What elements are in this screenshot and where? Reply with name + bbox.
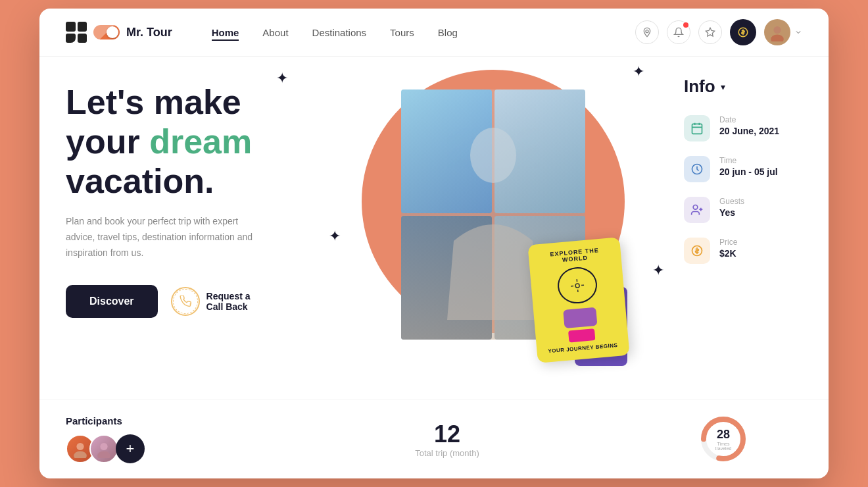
participants-label: Participants	[66, 415, 197, 426]
donut-section: 28 Times traveled	[697, 413, 802, 465]
guests-label: Guests	[719, 197, 744, 206]
time-value: 20 jun - 05 jul	[719, 167, 778, 177]
svg-point-16	[76, 442, 84, 449]
notification-button[interactable]	[667, 20, 690, 44]
info-item-guests: Guests Yes	[684, 197, 802, 223]
trip-number: 12	[224, 421, 671, 448]
svg-point-5	[470, 128, 516, 183]
sparkle-icon-3: ✦	[329, 228, 341, 245]
chevron-down-icon	[794, 28, 802, 36]
navbar: Mr. Tour Home About Destinations Tours B…	[39, 9, 829, 57]
avatar-row: +	[66, 434, 197, 463]
calendar-icon-box	[684, 115, 710, 141]
donut-number: 28	[710, 428, 736, 442]
date-value: 20 June, 2021	[719, 126, 779, 136]
guests-icon-box	[684, 197, 710, 223]
svg-point-0	[646, 30, 648, 33]
logo-area: Mr. Tour	[66, 22, 172, 43]
info-item-date: Date 20 June, 2021	[684, 115, 802, 141]
nav-link-destinations[interactable]: Destinations	[312, 27, 367, 38]
logo-toggle-icon	[93, 25, 120, 39]
svg-point-19	[97, 451, 110, 458]
participant-avatar-2	[89, 434, 118, 463]
nav-link-about[interactable]: About	[262, 27, 288, 38]
callback-button[interactable]: Request a Call Back	[171, 287, 251, 316]
hero-left: Let's make your dream vacation. Plan and…	[66, 57, 316, 399]
svg-point-12	[693, 205, 698, 210]
pink-sticker	[568, 328, 595, 343]
card-title: Explore the World	[536, 245, 613, 265]
callback-text: Request a Call Back	[206, 291, 251, 312]
nav-link-blog[interactable]: Blog	[438, 27, 458, 38]
info-date-text: Date 20 June, 2021	[719, 115, 779, 136]
nav-links: Home About Destinations Tours Blog	[212, 27, 635, 38]
main-content: Let's make your dream vacation. Plan and…	[39, 57, 829, 399]
svg-point-3	[773, 26, 781, 34]
info-item-price: Price $2K	[684, 238, 802, 264]
logo-grid-icon	[66, 22, 87, 43]
trip-stat: 12 Total trip (month)	[224, 421, 671, 458]
notification-badge	[683, 22, 688, 28]
clock-icon-box	[684, 156, 710, 182]
hero-subtitle: Plan and book your perfect trip with exp…	[66, 214, 263, 261]
price-icon-box	[684, 238, 710, 264]
location-button[interactable]	[635, 20, 659, 44]
hero-buttons: Discover Request a Call Back	[66, 285, 302, 318]
coin-button[interactable]	[730, 19, 756, 45]
nav-link-tours[interactable]: Tours	[390, 27, 414, 38]
info-item-time: Time 20 jun - 05 jul	[684, 156, 802, 182]
purple-sticker	[563, 307, 597, 328]
info-price-text: Price $2K	[719, 238, 737, 259]
svg-point-17	[74, 451, 87, 458]
svg-rect-7	[692, 124, 702, 134]
info-time-text: Time 20 jun - 05 jul	[719, 156, 778, 177]
star-button[interactable]	[698, 20, 722, 44]
info-panel: Info ▾ Date 20 June, 2021	[671, 57, 802, 399]
hero-image-area: ✦ ✦ ✦ ✦	[316, 57, 671, 399]
nav-actions	[635, 19, 802, 45]
svg-marker-1	[706, 28, 714, 36]
brand-name: Mr. Tour	[126, 26, 172, 39]
sparkle-icon-1: ✦	[276, 70, 288, 87]
browser-window: Mr. Tour Home About Destinations Tours B…	[39, 9, 829, 478]
discover-button[interactable]: Discover	[66, 285, 158, 318]
donut-chart: 28 Times traveled	[697, 413, 750, 465]
hero-figure: Explore the World Your Journey Begins	[375, 90, 612, 366]
nav-link-home[interactable]: Home	[212, 27, 239, 38]
svg-point-4	[771, 35, 784, 42]
bottom-stats: Participants + 12 Total	[39, 399, 829, 478]
card-circle	[556, 266, 599, 305]
info-title: Info	[684, 76, 715, 97]
info-header: Info ▾	[684, 76, 802, 97]
user-avatar	[764, 19, 790, 45]
svg-point-6	[575, 283, 580, 288]
sparkle-icon-4: ✦	[652, 262, 664, 279]
guests-value: Yes	[719, 207, 744, 218]
hero-title: Let's make your dream vacation.	[66, 83, 302, 201]
info-chevron-icon[interactable]: ▾	[721, 82, 725, 92]
add-participant-button[interactable]: +	[116, 434, 145, 463]
date-label: Date	[719, 115, 779, 124]
time-label: Time	[719, 156, 778, 165]
donut-center: 28 Times traveled	[710, 428, 736, 451]
donut-sublabel: Times traveled	[710, 442, 736, 451]
info-guests-text: Guests Yes	[719, 197, 744, 218]
price-label: Price	[719, 238, 737, 247]
participants-section: Participants +	[66, 415, 197, 463]
sparkle-icon-2: ✦	[633, 63, 644, 80]
trip-label: Total trip (month)	[224, 448, 671, 458]
card-bottom-text: Your Journey Begins	[548, 342, 618, 354]
user-avatar-button[interactable]	[764, 19, 802, 45]
price-value: $2K	[719, 248, 737, 259]
explore-world-card: Explore the World Your Journey Begins	[527, 237, 629, 363]
svg-point-18	[100, 442, 107, 449]
phone-icon	[171, 287, 200, 316]
